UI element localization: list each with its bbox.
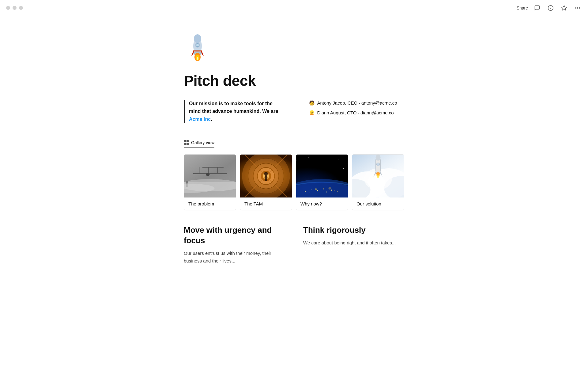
svg-point-50 [337, 191, 338, 192]
titlebar-right: Share [517, 4, 582, 12]
svg-point-40 [264, 172, 268, 175]
gallery-card-problem[interactable]: The problem [184, 154, 236, 210]
main-content: Pitch deck Our mission is to make tools … [147, 0, 441, 283]
description-left: Our mission is to make tools for the min… [184, 100, 285, 123]
gallery-card-image-problem [184, 155, 236, 197]
svg-point-47 [317, 190, 318, 191]
svg-point-57 [308, 157, 309, 158]
svg-rect-17 [193, 50, 202, 52]
description-row: Our mission is to make tools for the min… [184, 100, 404, 123]
chat-icon[interactable] [533, 4, 541, 12]
svg-rect-20 [193, 173, 227, 174]
svg-point-45 [305, 191, 306, 192]
svg-point-46 [311, 190, 312, 190]
bottom-section-rigorously-title: Think rigorously [303, 225, 404, 236]
share-button[interactable]: Share [517, 6, 528, 10]
svg-point-58 [339, 159, 339, 159]
svg-point-51 [310, 193, 310, 193]
gallery-card-tam[interactable]: The TAM [240, 154, 292, 210]
ceo-emoji: 🧑 [309, 100, 315, 107]
description-right: 🧑 Antony Jacob, CEO · antony@acme.co 👱 D… [309, 100, 405, 120]
bottom-sections: Move with urgency and focus Our users en… [184, 225, 404, 283]
ceo-name: Antony Jacob, CEO · antony@acme.co [317, 100, 397, 107]
svg-rect-21 [202, 167, 224, 168]
svg-point-70 [376, 155, 381, 161]
svg-rect-41 [265, 175, 267, 181]
bottom-section-rigorously-text: We care about being right and it often t… [303, 239, 404, 247]
svg-point-53 [334, 190, 335, 191]
gallery-section: Gallery view [184, 138, 404, 210]
gallery-card-solution[interactable]: Our solution [352, 154, 404, 210]
page-icon [184, 34, 404, 66]
svg-point-5 [577, 7, 578, 8]
gallery-tab-label: Gallery view [191, 140, 214, 145]
svg-point-55 [329, 187, 331, 190]
gallery-card-label-solution: Our solution [352, 197, 404, 210]
svg-point-16 [197, 57, 198, 60]
bottom-section-urgency-text: Our users entrust us with their money, t… [184, 250, 285, 265]
gallery-tab-bar: Gallery view [184, 138, 404, 148]
person-ceo: 🧑 Antony Jacob, CEO · antony@acme.co [309, 100, 405, 107]
traffic-lights [6, 6, 23, 10]
gallery-card-label-problem: The problem [184, 197, 236, 210]
gallery-card-whynow[interactable]: Why now? [296, 154, 348, 210]
svg-marker-3 [562, 5, 567, 10]
svg-point-49 [331, 190, 332, 191]
bottom-section-urgency-title: Move with urgency and focus [184, 225, 285, 246]
svg-point-25 [206, 173, 210, 176]
svg-point-10 [196, 44, 199, 46]
svg-point-52 [326, 192, 327, 193]
person-cto: 👱 Diann August, CTO · diann@acme.co [309, 109, 405, 117]
svg-point-74 [377, 176, 379, 178]
bottom-section-rigorously: Think rigorously We care about being rig… [303, 225, 404, 265]
gallery-card-image-solution [352, 155, 404, 197]
svg-point-44 [296, 182, 348, 197]
svg-point-61 [343, 168, 344, 169]
traffic-light-minimize[interactable] [13, 6, 17, 10]
info-icon[interactable] [546, 4, 555, 12]
star-icon[interactable] [560, 4, 568, 12]
gallery-card-image-tam [240, 155, 292, 197]
bottom-section-urgency: Move with urgency and focus Our users en… [184, 225, 285, 265]
svg-point-8 [194, 34, 201, 43]
svg-point-71 [377, 163, 380, 166]
traffic-light-maximize[interactable] [19, 6, 23, 10]
titlebar: Share [0, 0, 588, 16]
acme-inc-link[interactable]: Acme Inc [189, 117, 211, 122]
cto-emoji: 👱 [309, 109, 315, 117]
svg-point-4 [575, 7, 576, 8]
gallery-card-label-whynow: Why now? [296, 197, 348, 210]
more-icon[interactable] [573, 4, 582, 12]
cto-name: Diann August, CTO · diann@acme.co [317, 109, 394, 117]
gallery-card-label-tam: The TAM [240, 197, 292, 210]
gallery-icon [184, 140, 189, 145]
page-title: Pitch deck [184, 72, 404, 90]
svg-point-54 [315, 188, 317, 190]
description-text: Our mission is to make tools for the min… [189, 100, 285, 123]
traffic-light-close[interactable] [6, 6, 10, 10]
gallery-tab[interactable]: Gallery view [184, 138, 214, 148]
gallery-card-image-whynow [296, 155, 348, 197]
svg-point-6 [579, 7, 580, 8]
svg-point-48 [323, 189, 324, 190]
gallery-grid: The problem [184, 154, 404, 210]
